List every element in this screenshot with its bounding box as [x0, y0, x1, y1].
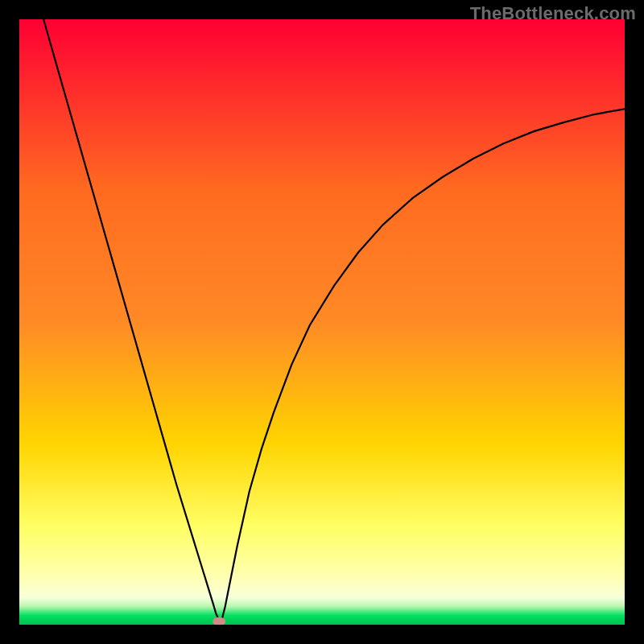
plot-area — [19, 19, 625, 625]
watermark-text: TheBottleneck.com — [470, 3, 636, 24]
chart-frame: TheBottleneck.com — [0, 0, 644, 644]
gradient-background — [19, 19, 625, 625]
plot-svg — [19, 19, 625, 625]
